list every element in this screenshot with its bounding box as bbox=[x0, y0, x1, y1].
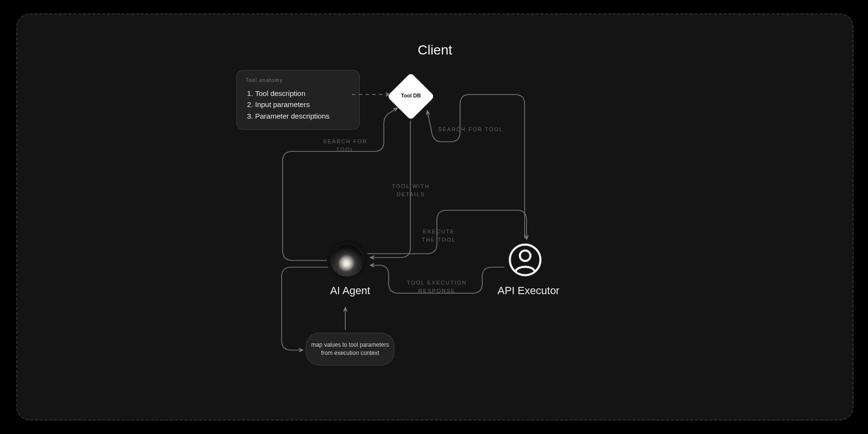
edge-label-search-right: SEARCH FOR TOOL bbox=[427, 125, 514, 134]
api-executor-node bbox=[508, 243, 542, 277]
edges-layer bbox=[17, 14, 853, 420]
ai-agent-label: AI Agent bbox=[307, 285, 393, 297]
tool-db-label: Tool DB bbox=[387, 93, 435, 98]
tool-anatomy-list: Tool description Input parameters Parame… bbox=[245, 88, 351, 122]
map-values-node: map values to tool parameters from execu… bbox=[306, 333, 394, 366]
diagram-frame: Client Tool anatomy Tool description Inp… bbox=[16, 14, 854, 420]
api-executor-label: API Executor bbox=[480, 285, 577, 297]
list-item: Parameter descriptions bbox=[255, 110, 351, 122]
page-title: Client bbox=[17, 42, 853, 58]
list-item: Tool description bbox=[255, 88, 351, 99]
ai-agent-node bbox=[330, 242, 365, 277]
list-item: Input parameters bbox=[255, 99, 351, 110]
edge-label-tool-execution-response: TOOL EXECUTIONRESPONSE bbox=[393, 279, 480, 295]
edge-label-tool-with-details: TOOL WITHDETAILS bbox=[382, 182, 440, 198]
edge-search-left bbox=[283, 108, 397, 260]
map-values-text: map values to tool parameters from execu… bbox=[311, 341, 389, 356]
user-circle-icon bbox=[508, 243, 542, 277]
edge-label-search-left: SEARCH FORTOOL bbox=[312, 137, 379, 153]
edge-search-right bbox=[427, 95, 525, 238]
tool-anatomy-heading: Tool anatomy bbox=[245, 77, 351, 83]
tool-db-node: Tool DB bbox=[387, 72, 435, 121]
tool-anatomy-card: Tool anatomy Tool description Input para… bbox=[236, 70, 360, 130]
svg-point-1 bbox=[520, 250, 530, 261]
edge-label-execute-the-tool: EXECUTETHE TOOL bbox=[410, 228, 468, 244]
